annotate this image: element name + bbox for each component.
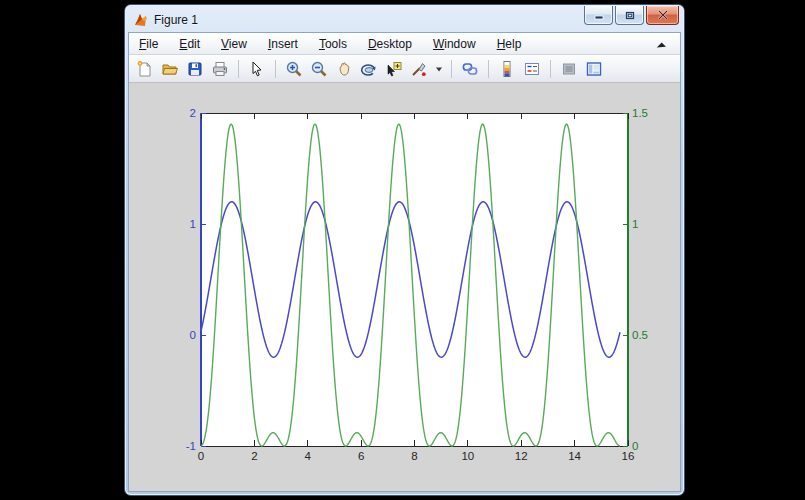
close-icon — [657, 10, 669, 20]
new-figure-icon[interactable] — [135, 59, 155, 79]
menu-desktop[interactable]: Desktop — [368, 37, 412, 51]
menu-insert[interactable]: Insert — [268, 37, 298, 51]
svg-text:14: 14 — [568, 450, 581, 462]
toolbar-separator — [451, 60, 452, 78]
edit-plot-cursor-icon[interactable] — [247, 59, 267, 79]
svg-text:1: 1 — [632, 218, 638, 230]
svg-text:8: 8 — [411, 450, 417, 462]
hide-plot-tools-icon[interactable] — [559, 59, 579, 79]
link-plot-icon[interactable] — [460, 59, 480, 79]
figure-client-area: File Edit View Insert Tools Desktop Wind… — [128, 32, 681, 492]
print-figure-icon[interactable] — [210, 59, 230, 79]
svg-text:2: 2 — [190, 107, 196, 119]
svg-text:0: 0 — [198, 450, 204, 462]
minimize-icon — [593, 10, 605, 20]
matlab-logo-icon — [133, 12, 149, 28]
svg-text:-1: -1 — [186, 440, 196, 452]
pan-hand-icon[interactable] — [334, 59, 354, 79]
toolbar-separator — [238, 60, 239, 78]
menu-overflow-arrow-icon[interactable] — [656, 37, 666, 55]
zoom-out-icon[interactable] — [309, 59, 329, 79]
menu-file[interactable]: File — [139, 37, 158, 51]
title-bar[interactable]: Figure 1 — [128, 8, 681, 32]
restore-icon — [624, 10, 636, 21]
close-button[interactable] — [646, 6, 679, 25]
brush-data-icon[interactable] — [409, 59, 429, 79]
menu-help[interactable]: Help — [497, 37, 522, 51]
restore-button[interactable] — [615, 6, 644, 25]
plot-area[interactable]: 0246810121416-101200.511.5 — [201, 113, 628, 446]
svg-text:1: 1 — [190, 218, 196, 230]
menu-edit[interactable]: Edit — [179, 37, 200, 51]
zoom-in-icon[interactable] — [284, 59, 304, 79]
svg-text:0.5: 0.5 — [632, 329, 648, 341]
svg-text:6: 6 — [358, 450, 364, 462]
insert-legend-icon[interactable] — [522, 59, 542, 79]
brush-dropdown-caret-icon[interactable] — [434, 59, 443, 79]
toolbar-separator — [550, 60, 551, 78]
svg-text:0: 0 — [190, 329, 196, 341]
caption-buttons — [584, 6, 679, 25]
toolbar-separator — [275, 60, 276, 78]
figure-toolbar — [129, 55, 680, 83]
menu-view[interactable]: View — [221, 37, 247, 51]
open-file-icon[interactable] — [160, 59, 180, 79]
insert-colorbar-icon[interactable] — [497, 59, 517, 79]
save-figure-icon[interactable] — [185, 59, 205, 79]
svg-text:4: 4 — [305, 450, 312, 462]
data-cursor-icon[interactable] — [384, 59, 404, 79]
svg-text:10: 10 — [461, 450, 474, 462]
rotate-3d-icon[interactable] — [359, 59, 379, 79]
figure-canvas: 0246810121416-101200.511.5 — [129, 83, 680, 491]
svg-text:2: 2 — [251, 450, 257, 462]
svg-text:1.5: 1.5 — [632, 107, 648, 119]
menu-tools[interactable]: Tools — [319, 37, 347, 51]
minimize-button[interactable] — [584, 6, 613, 25]
toolbar-separator — [488, 60, 489, 78]
menu-window[interactable]: Window — [433, 37, 476, 51]
menu-bar: File Edit View Insert Tools Desktop Wind… — [129, 33, 680, 55]
show-plot-tools-dock-icon[interactable] — [584, 59, 604, 79]
axes-region: 0246810121416-101200.511.5 — [201, 113, 628, 446]
window-title: Figure 1 — [154, 13, 198, 27]
svg-text:0: 0 — [632, 440, 638, 452]
figure-window: Figure 1 File Edit View — [125, 5, 684, 495]
screenshot-stage: { "window": { "title": "Figure 1", "app_… — [0, 0, 805, 500]
svg-text:12: 12 — [515, 450, 528, 462]
